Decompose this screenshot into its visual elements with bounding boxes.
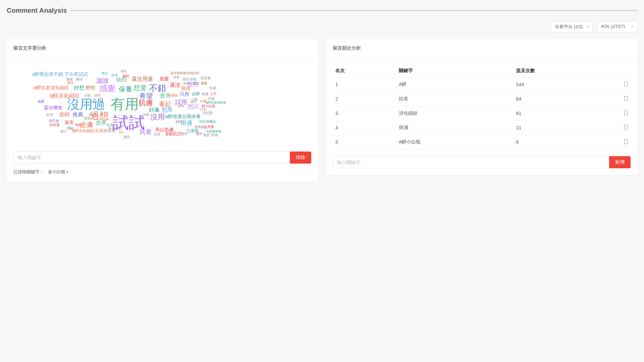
wordcloud-word: 沒用過 bbox=[67, 98, 105, 111]
add-button[interactable]: 新增 bbox=[609, 156, 631, 168]
wordcloud-canvas: 試試有用沒用過過想不錯肌膚沒用皮膚感覺想要希望保養謝謝還沒用過我要好想漂亮還沒抽… bbox=[13, 64, 311, 145]
wordcloud-word: 光滑 bbox=[154, 133, 160, 136]
wordcloud-word: 有用 bbox=[111, 97, 139, 111]
wordcloud-word: a醇很適合我保養 bbox=[165, 114, 201, 119]
wordcloud-word: 想用 bbox=[162, 107, 172, 113]
frequency-card-title: 留言頻次分析 bbox=[326, 39, 637, 58]
wordcloud-word: a醇抗老淡化細紋 bbox=[34, 85, 69, 90]
wordcloud-word: 慢慢 bbox=[201, 82, 207, 85]
wordcloud-word: 保養 bbox=[119, 86, 132, 93]
wordcloud-word: 我要 bbox=[160, 76, 169, 81]
wordcloud-word: 我會 bbox=[75, 123, 82, 127]
wordcloud-word: 角質 bbox=[202, 93, 209, 96]
wordcloud-word: 你好 bbox=[89, 113, 95, 116]
cell-keyword: 抗老 bbox=[396, 92, 514, 106]
wordcloud-word: 過但 bbox=[123, 135, 130, 139]
wordcloud-word: 認真覺 bbox=[204, 125, 214, 129]
table-row: 2抗老84 bbox=[333, 92, 631, 106]
wordcloud-word: 醇想 bbox=[86, 85, 95, 90]
wordcloud-word: 好好 bbox=[199, 120, 206, 123]
wordcloud-word: 適合 bbox=[67, 81, 74, 84]
wordcloud-word: a醇看起來不錯,下次來試試 bbox=[32, 72, 88, 76]
wordcloud-word: 肌膚 bbox=[138, 99, 153, 107]
title-divider bbox=[71, 10, 637, 11]
wordcloud-word: 好用 bbox=[46, 113, 53, 117]
table-row: 3淡化細紋61 bbox=[333, 106, 631, 121]
cell-rank: 3 bbox=[333, 106, 396, 121]
wordcloud-word: 變好 bbox=[196, 132, 203, 135]
wordcloud-word: 喜歡 bbox=[165, 132, 173, 136]
close-icon[interactable]: × bbox=[66, 170, 68, 174]
table-row: 5A醇小白瓶6 bbox=[333, 135, 631, 149]
cell-rank: 1 bbox=[333, 77, 396, 92]
wordcloud-word: 過有點 bbox=[195, 125, 205, 129]
wordcloud-word: 保養品 bbox=[206, 120, 216, 123]
wordcloud-word: 淡化 bbox=[173, 76, 180, 79]
wordcloud-word: ka bbox=[100, 100, 103, 103]
table-row: 4保濕11 bbox=[333, 121, 631, 135]
wordcloud-word: 很不錯 bbox=[49, 119, 59, 123]
wordcloud-word: 亮白肌膚 bbox=[155, 127, 174, 132]
kol-select[interactable]: KOL (27/27) bbox=[597, 21, 637, 33]
cell-keyword: 淡化細紋 bbox=[396, 106, 514, 121]
wordcloud-word: 還沒機會 bbox=[44, 105, 62, 110]
cell-keyword: 保濕 bbox=[396, 121, 514, 135]
wordcloud-word: aas bbox=[119, 131, 124, 134]
wordcloud-word: 謝謝 bbox=[97, 78, 109, 84]
trash-icon[interactable] bbox=[624, 111, 628, 115]
wordcloud-word: 醇小白瓶 bbox=[202, 105, 215, 108]
wordcloud-card: 留言文字雲分析 試試有用沒用過過想不錯肌膚沒用皮膚感覺想要希望保養謝謝還沒用過我… bbox=[7, 39, 318, 182]
wordcloud-word: 厲害 bbox=[64, 120, 74, 125]
exclude-button[interactable]: 排除 bbox=[290, 152, 311, 164]
cell-rank: 2 bbox=[333, 92, 396, 106]
col-rank: 名次 bbox=[333, 64, 396, 77]
excluded-tag: 姿小白瓶× bbox=[48, 169, 68, 175]
wordcloud-word: 抗老很有感 bbox=[206, 130, 221, 133]
wordcloud-word: 好好看 bbox=[50, 123, 60, 127]
wordcloud-word: 牌子 bbox=[60, 130, 67, 133]
wordcloud-word: 推薦 bbox=[72, 112, 83, 117]
frequency-card: 留言頻次分析 名次 關鍵字 提及次數 1A醇5442抗老843淡化細紋614保濕… bbox=[326, 39, 637, 175]
cell-count: 11 bbox=[514, 121, 617, 135]
wordcloud-word: 好像 bbox=[149, 107, 160, 113]
wordcloud-word: 看起 bbox=[159, 101, 171, 107]
wordcloud-word: a醇抗老很有感 bbox=[206, 101, 226, 104]
wordcloud-word: 入手 bbox=[210, 93, 217, 96]
wordcloud-word: 想試 bbox=[188, 104, 199, 109]
wordcloud-word: 送給 bbox=[120, 70, 126, 73]
wordcloud-word: 只用 bbox=[180, 92, 189, 97]
wordcloud-word: 希望 bbox=[140, 93, 153, 99]
wordcloud-word: 脫皮 bbox=[181, 86, 191, 90]
trash-icon[interactable] bbox=[624, 139, 628, 144]
wordcloud-word: 抽到 bbox=[116, 77, 127, 82]
wordcloud-word: 還沒 bbox=[170, 82, 180, 88]
wordcloud-word: 我想 bbox=[172, 131, 182, 136]
trash-icon[interactable] bbox=[624, 82, 628, 86]
add-keyword-input[interactable] bbox=[333, 156, 609, 168]
wordcloud-word: 刺激 bbox=[193, 82, 199, 85]
wordcloud-word: 超好 bbox=[181, 132, 188, 135]
wordcloud-word: 皮膚 bbox=[143, 113, 149, 116]
excluded-tag-label: 姿小白瓶 bbox=[48, 169, 65, 175]
exclude-keyword-input[interactable] bbox=[13, 152, 290, 164]
cell-rank: 5 bbox=[333, 135, 396, 149]
wordcloud-word: 保濕 bbox=[183, 82, 190, 85]
wordcloud-word: 介紹 bbox=[84, 94, 91, 97]
cell-rank: 4 bbox=[333, 121, 396, 135]
wordcloud-word: 沒有過 bbox=[201, 76, 211, 80]
wordcloud-word: 皮膚 bbox=[80, 121, 93, 128]
wordcloud-word: 抽獎 bbox=[38, 100, 44, 103]
frequency-table: 名次 關鍵字 提及次數 1A醇5442抗老843淡化細紋614保濕115A醇小白… bbox=[333, 64, 631, 149]
trash-icon[interactable] bbox=[624, 96, 628, 101]
wordcloud-word: 空瓶 bbox=[208, 97, 215, 101]
trash-icon[interactable] bbox=[624, 125, 628, 130]
wordcloud-word: 老師 bbox=[59, 112, 70, 117]
wordcloud-word: a醇淡化細紋 bbox=[50, 93, 79, 99]
col-count: 提及次數 bbox=[514, 64, 617, 77]
wordcloud-word: 抗老 bbox=[140, 129, 152, 135]
cell-count: 84 bbox=[514, 92, 617, 106]
cell-count: 544 bbox=[514, 77, 617, 92]
wordcloud-word: 痘痘 bbox=[84, 117, 91, 120]
platform-select[interactable]: 社群平台 (2/2) bbox=[551, 21, 593, 33]
wordcloud-word: m89 bbox=[94, 94, 100, 97]
